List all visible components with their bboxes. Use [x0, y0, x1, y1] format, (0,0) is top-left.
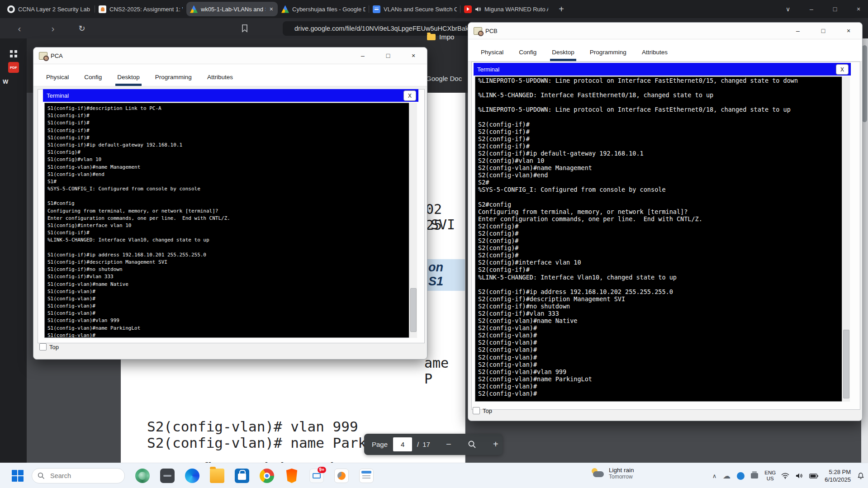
- terminal-line: [475, 194, 849, 201]
- tab-search-chevron-icon[interactable]: ∨: [783, 5, 793, 13]
- screen: CCNA Layer 2 Security Lab CNS2-2025: Ass…: [0, 0, 868, 488]
- file-explorer-icon[interactable]: [210, 469, 224, 483]
- window-minimize-icon[interactable]: –: [806, 5, 816, 13]
- pcb-terminal-scrollbar[interactable]: [842, 76, 850, 402]
- brave-browser-icon[interactable]: [285, 469, 299, 483]
- minimize-icon[interactable]: –: [794, 27, 802, 34]
- tab-label: CCNA Layer 2 Security Lab: [18, 6, 91, 13]
- browser-tab[interactable]: CCNA Layer 2 Security Lab: [4, 2, 95, 16]
- weather-widget[interactable]: Light rain Tomorrow: [591, 467, 634, 480]
- pcb-top-checkbox[interactable]: Top: [473, 407, 492, 414]
- pca-terminal-scrollbar-thumb[interactable]: [410, 288, 417, 332]
- mail-icon[interactable]: 9+: [309, 469, 324, 483]
- minimize-icon[interactable]: –: [359, 52, 366, 59]
- terminal-line: Configuring from terminal, memory, or ne…: [475, 208, 849, 215]
- pcb-titlebar[interactable]: PCB – □ ×: [468, 23, 862, 39]
- pt-tab[interactable]: Config: [519, 49, 536, 61]
- pt-tab[interactable]: Programming: [590, 49, 626, 61]
- tab-audio-icon[interactable]: [475, 6, 481, 12]
- pdf-file-icon[interactable]: PDF: [8, 62, 19, 73]
- maximize-icon[interactable]: □: [820, 27, 827, 34]
- browser-tab[interactable]: CNS2-2025: Assignment 1: VLA: [95, 2, 186, 16]
- taskbar-search[interactable]: [32, 468, 125, 483]
- zoom-out-button[interactable]: −: [444, 439, 454, 450]
- terminal-line: [45, 193, 417, 200]
- pt-tab[interactable]: Attributes: [642, 49, 668, 61]
- taskbar-clock[interactable]: 5:28 PM 6/10/2025: [825, 468, 851, 483]
- apps-grid-icon[interactable]: [10, 50, 13, 53]
- terminal-line: S1(config)#vlan 10: [45, 156, 417, 163]
- notepad-icon[interactable]: [359, 469, 374, 483]
- zoom-in-button[interactable]: +: [491, 439, 501, 450]
- region-code: US: [764, 476, 776, 482]
- search-input[interactable]: [49, 472, 114, 480]
- pt-tab[interactable]: Physical: [481, 49, 503, 61]
- terminal-line: S1(config-vlan)#: [45, 332, 417, 338]
- hidden-icons-chevron[interactable]: ∧: [712, 473, 717, 479]
- reload-icon[interactable]: ↻: [74, 24, 90, 33]
- notification-bell-icon[interactable]: [857, 472, 864, 479]
- pt-tab-label: Programming: [155, 74, 192, 81]
- top-checkbox-label: Top: [49, 344, 59, 351]
- drive-folder-chip[interactable]: Impo: [427, 33, 454, 41]
- terminal-line: %LINEPROTO-5-UPDOWN: Line protocol on In…: [475, 77, 849, 84]
- onedrive-icon[interactable]: ☁: [723, 471, 730, 480]
- back-icon[interactable]: ‹: [12, 23, 27, 34]
- pt-tab-label: Attributes: [207, 74, 233, 81]
- new-tab-button[interactable]: +: [555, 2, 568, 16]
- browser-tab[interactable]: Cybershujaa files - Google Driv: [278, 2, 369, 16]
- zoom-tool-icon[interactable]: [467, 440, 477, 449]
- tab-label: wk05-1-Lab-VLANs and Se: [201, 6, 266, 13]
- packet-tracer-network-icon[interactable]: [135, 469, 150, 483]
- window-close-icon[interactable]: ×: [854, 5, 863, 13]
- pcb-terminal-screen[interactable]: %LINEPROTO-5-UPDOWN: Line protocol on In…: [475, 76, 849, 402]
- page-scrollbar-thumb[interactable]: [862, 45, 867, 122]
- pt-tab[interactable]: Desktop: [552, 49, 574, 61]
- dark-terminal-icon[interactable]: [160, 469, 175, 483]
- browser-tab[interactable]: VLANs and Secure Switch Confi: [369, 2, 460, 16]
- pcb-terminal-scrollbar-thumb[interactable]: [843, 330, 849, 398]
- terminal-close-button[interactable]: X: [403, 90, 416, 101]
- device-icon[interactable]: [751, 473, 758, 479]
- bookmark-icon[interactable]: [241, 24, 248, 33]
- window-maximize-icon[interactable]: □: [830, 5, 840, 13]
- battery-icon[interactable]: [809, 474, 818, 479]
- microsoft-store-icon[interactable]: [235, 469, 249, 483]
- open-with-google-docs-fragment[interactable]: Google Doc: [426, 75, 462, 82]
- volume-icon[interactable]: [796, 473, 803, 479]
- pca-terminal-scrollbar[interactable]: [409, 103, 417, 338]
- packet-tracer-icon[interactable]: [334, 469, 349, 483]
- edge-browser-icon[interactable]: [185, 469, 199, 483]
- close-icon[interactable]: ×: [845, 27, 852, 34]
- forward-icon[interactable]: ›: [45, 23, 61, 34]
- start-button[interactable]: [12, 470, 24, 482]
- checkbox-icon[interactable]: [39, 343, 47, 351]
- terminal-line: S2(config-vlan)#: [475, 383, 849, 390]
- browser-tab[interactable]: wk05-1-Lab-VLANs and Se ×: [186, 2, 278, 16]
- pt-tab[interactable]: Physical: [46, 74, 69, 86]
- browser-sidebar: PDF W: [0, 38, 27, 463]
- tab-close-icon[interactable]: ×: [269, 5, 274, 13]
- blue-status-icon[interactable]: [737, 472, 745, 480]
- pt-tab[interactable]: Attributes: [207, 74, 233, 86]
- pca-terminal-screen[interactable]: S1(config-if)#description Link to PC-AS1…: [44, 103, 417, 338]
- pt-tab[interactable]: Programming: [155, 74, 192, 86]
- wifi-icon[interactable]: [781, 473, 789, 479]
- maximize-icon[interactable]: □: [384, 52, 392, 59]
- terminal-line: S2#: [475, 179, 849, 186]
- terminal-line: S1(config-if)#ip address 192.168.10.201 …: [45, 251, 417, 259]
- pca-titlebar[interactable]: PCA – □ ×: [33, 47, 427, 64]
- page-number-input[interactable]: [393, 437, 412, 451]
- checkbox-icon[interactable]: [473, 407, 480, 414]
- pt-tab[interactable]: Desktop: [117, 74, 140, 86]
- chrome-browser-icon[interactable]: [260, 469, 274, 483]
- weather-condition: Light rain: [609, 467, 634, 474]
- close-icon[interactable]: ×: [410, 52, 417, 59]
- browser-tab[interactable]: Miguna WARNED Ruto Abo: [460, 2, 552, 16]
- pca-top-checkbox[interactable]: Top: [39, 343, 59, 351]
- pcb-terminal-titlebar[interactable]: Terminal X: [474, 63, 851, 76]
- language-switcher[interactable]: ENG US: [764, 470, 776, 482]
- terminal-close-button[interactable]: X: [836, 64, 849, 75]
- pt-tab[interactable]: Config: [84, 74, 102, 86]
- pca-terminal-titlebar[interactable]: Terminal X: [43, 89, 418, 102]
